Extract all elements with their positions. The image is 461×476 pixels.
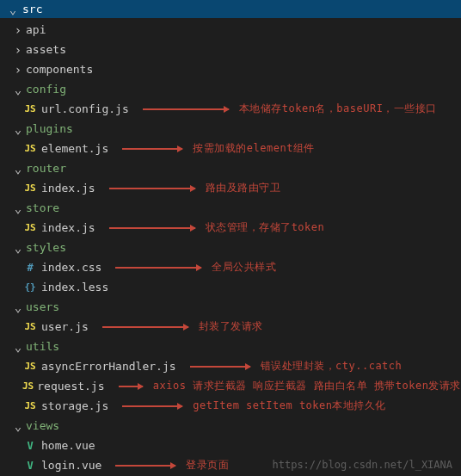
js-icon: JS <box>22 361 38 372</box>
folder-assets[interactable]: assets <box>0 40 461 59</box>
vue-icon: V <box>22 460 38 472</box>
chevron-down-icon <box>12 85 24 94</box>
file-label: index.js <box>41 221 95 234</box>
annotation: 登录页面 <box>186 458 229 473</box>
folder-label: views <box>26 419 59 432</box>
folder-label: config <box>26 83 66 96</box>
annotation: 状态管理，存储了token <box>206 220 325 235</box>
file-url-config[interactable]: JS url.config.js 本地储存token名，baseURI，一些接口 <box>0 99 461 119</box>
chevron-down-icon <box>12 244 24 252</box>
file-index-less[interactable]: {} index.less <box>0 277 461 297</box>
file-label: login.vue <box>41 459 101 472</box>
chevron-down-icon <box>12 422 24 430</box>
folder-label: assets <box>26 43 66 56</box>
file-label: asyncErrorHandler.js <box>41 360 176 373</box>
arrow-icon <box>143 108 229 110</box>
folder-label: plugins <box>26 122 73 135</box>
arrow-icon <box>119 386 143 387</box>
chevron-down-icon <box>12 164 24 173</box>
file-label: index.js <box>41 182 95 195</box>
file-label: storage.js <box>41 399 108 412</box>
js-icon: JS <box>22 321 38 332</box>
folder-label: components <box>26 63 93 76</box>
file-index-css[interactable]: # index.css 全局公共样式 <box>0 257 461 277</box>
js-icon: JS <box>22 400 38 411</box>
file-label: home.vue <box>41 439 95 452</box>
folder-components[interactable]: components <box>0 59 461 79</box>
arrow-icon <box>102 326 188 328</box>
annotation: 全局公共样式 <box>212 260 276 275</box>
file-label: request.js <box>37 380 104 393</box>
file-label: url.config.js <box>41 102 129 115</box>
js-icon: JS <box>22 143 38 154</box>
arrow-icon <box>122 148 182 150</box>
file-home-vue[interactable]: V home.vue <box>0 436 461 455</box>
annotation: 路由及路由守卫 <box>206 181 281 195</box>
css-icon: # <box>22 262 38 274</box>
file-router-index[interactable]: JS index.js 路由及路由守卫 <box>0 178 461 198</box>
chevron-right-icon <box>12 46 24 54</box>
arrow-icon <box>115 267 201 269</box>
chevron-down-icon <box>12 303 24 312</box>
file-user[interactable]: JS user.js 封装了发请求 <box>0 317 461 337</box>
js-icon: JS <box>22 182 38 194</box>
vue-icon: V <box>22 440 38 452</box>
file-label: index.less <box>41 281 108 294</box>
less-icon: {} <box>22 281 38 293</box>
folder-plugins[interactable]: plugins <box>0 119 461 139</box>
annotation: 错误处理封装，cty..catch <box>261 359 403 374</box>
folder-utils[interactable]: utils <box>0 337 461 356</box>
chevron-down-icon <box>12 204 24 213</box>
js-icon: JS <box>22 103 38 114</box>
folder-label: users <box>26 300 59 313</box>
folder-config[interactable]: config <box>0 79 461 99</box>
folder-header[interactable]: src <box>0 0 461 18</box>
folder-views[interactable]: views <box>0 416 461 436</box>
file-tree: api assets components config JS url.conf… <box>0 18 461 476</box>
file-label: index.css <box>41 261 101 274</box>
chevron-down-icon <box>12 343 24 351</box>
annotation: 封装了发请求 <box>199 319 263 334</box>
arrow-icon <box>109 227 195 229</box>
annotation: 本地储存token名，baseURI，一些接口 <box>239 102 437 116</box>
file-storage[interactable]: JS storage.js getItem setItem token本地持久化 <box>0 396 461 416</box>
folder-label: api <box>26 23 46 36</box>
folder-store[interactable]: store <box>0 198 461 218</box>
folder-label: router <box>26 162 66 175</box>
chevron-down-icon <box>7 5 19 14</box>
watermark: https://blog.csdn.net/l_XIANA <box>272 459 452 471</box>
file-async-error[interactable]: JS asyncErrorHandler.js 错误处理封装，cty..catc… <box>0 356 461 376</box>
header-title: src <box>22 3 42 15</box>
folder-label: styles <box>26 241 66 254</box>
file-request[interactable]: JS request.js axios 请求拦截器 响应拦截器 路由白名单 携带… <box>0 376 461 396</box>
file-element[interactable]: JS element.js 按需加载的element组件 <box>0 139 461 158</box>
folder-router[interactable]: router <box>0 158 461 178</box>
js-icon: JS <box>22 380 34 392</box>
arrow-icon <box>190 366 250 368</box>
file-store-index[interactable]: JS index.js 状态管理，存储了token <box>0 218 461 238</box>
folder-api[interactable]: api <box>0 20 461 40</box>
annotation: axios 请求拦截器 响应拦截器 路由白名单 携带token发请求 <box>153 379 461 393</box>
arrow-icon <box>109 188 195 189</box>
folder-styles[interactable]: styles <box>0 238 461 257</box>
js-icon: JS <box>22 222 38 233</box>
file-label: user.js <box>41 320 89 333</box>
annotation: getItem setItem token本地持久化 <box>193 399 386 413</box>
chevron-down-icon <box>12 125 24 133</box>
folder-label: store <box>26 201 59 214</box>
folder-label: utils <box>26 340 59 353</box>
folder-users[interactable]: users <box>0 297 461 317</box>
annotation: 按需加载的element组件 <box>193 141 315 156</box>
arrow-icon <box>115 465 175 467</box>
chevron-right-icon <box>12 26 24 34</box>
file-label: element.js <box>41 142 108 155</box>
arrow-icon <box>122 405 182 407</box>
chevron-right-icon <box>12 65 24 74</box>
